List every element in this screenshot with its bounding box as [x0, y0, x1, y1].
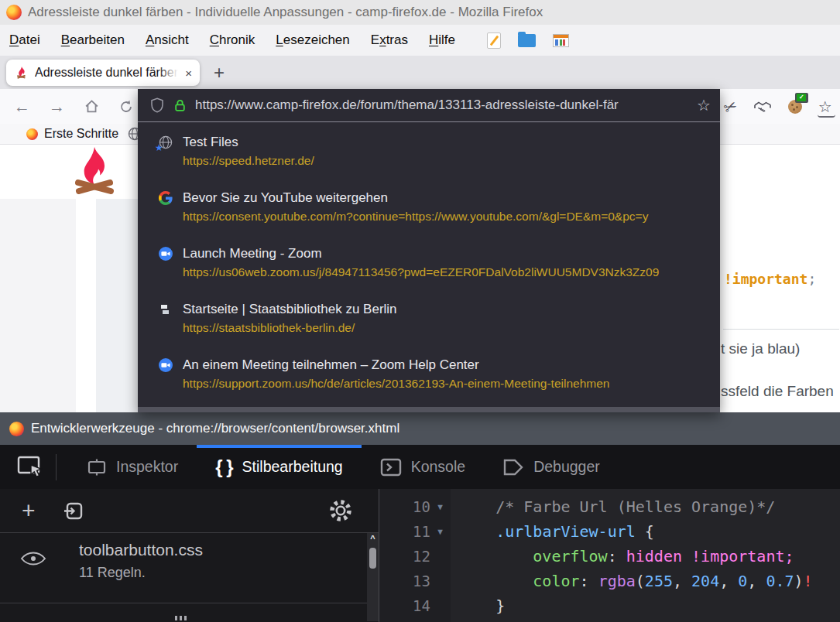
notes-extension-icon[interactable] [487, 32, 501, 49]
cookie-consent-icon[interactable]: ✓ [788, 100, 802, 114]
stylesheet-name: toolbarbutton.css [79, 541, 203, 559]
result-staatsbibliothek[interactable]: Startseite | Staatsbibliothek zu Berlin … [138, 298, 720, 354]
forum-code-fragment: !important; [724, 271, 816, 287]
code-line[interactable]: overflow: hidden !important; [458, 544, 840, 569]
result-youtube-consent[interactable]: Bevor Sie zu YouTube weitergehen https:/… [138, 186, 720, 242]
code-token: /* Farbe Url (Helles Orange)*/ [495, 497, 775, 516]
bookmark-erste-schritte[interactable]: Erste Schritte [44, 127, 118, 141]
stylesheet-rule-count: 11 Regeln. [79, 565, 203, 581]
tab-stilbearbeitung[interactable]: { } Stilbearbeitung [197, 445, 361, 489]
tab-debugger[interactable]: Debugger [484, 445, 619, 489]
menu-item-hilfe[interactable]: Hilfe [429, 32, 455, 48]
tab-strip: Adressleiste dunkel färben - × + [0, 56, 840, 89]
lock-icon[interactable] [173, 99, 187, 112]
code-token: , [673, 572, 691, 590]
code-line[interactable]: } [458, 593, 840, 618]
back-icon[interactable]: ← [14, 98, 30, 114]
visibility-eye-icon[interactable] [20, 550, 46, 567]
toolbar-extensions: ✂ ✓ ☆ [724, 89, 832, 124]
urlbar[interactable]: https://www.camp-firefox.de/forum/thema/… [138, 89, 720, 122]
bookmarked-star-badge: ★ [155, 143, 163, 152]
menu-item-lesezeichen[interactable]: Lesezeichen [276, 32, 349, 48]
forward-icon[interactable]: → [49, 98, 65, 114]
code-token: ) [794, 572, 804, 590]
forum-header-band [0, 145, 138, 199]
new-tab-button[interactable]: + [214, 62, 225, 84]
session-manager-icon[interactable] [553, 34, 569, 47]
forum-text-fragment-2: ssfeld die Farben [721, 383, 834, 400]
scrollbar-up-arrow[interactable]: ^ [367, 534, 379, 543]
code-line[interactable]: color: rgba(255, 204, 0, 0.7)! [458, 569, 840, 593]
result-zoom-help[interactable]: An einem Meeting teilnehmen – Zoom Help … [138, 354, 720, 409]
code-token: : [608, 547, 626, 566]
stylesheet-list-scrollbar[interactable]: ^ [367, 533, 379, 621]
import-stylesheet-icon[interactable] [63, 501, 84, 521]
camp-firefox-favicon [15, 67, 28, 79]
gutter-row: 14 [379, 593, 451, 618]
result-title: An einem Meeting teilnehmen – Zoom Help … [183, 357, 479, 373]
result-url: https://speed.hetzner.de/ [183, 154, 694, 168]
tab-label: Konsole [411, 458, 465, 476]
shield-icon[interactable] [149, 97, 165, 113]
gutter-row: 12 [379, 544, 451, 569]
tab-adressleiste[interactable]: Adressleiste dunkel färben - × [6, 60, 200, 86]
new-stylesheet-button[interactable]: + [22, 499, 36, 522]
fold-arrow-icon[interactable]: ▼ [434, 502, 446, 512]
result-title: Bevor Sie zu YouTube weitergehen [183, 190, 388, 206]
stylesheet-item-partial [175, 616, 187, 620]
tab-label: Debugger [533, 458, 600, 476]
staatsbibliothek-icon [159, 302, 173, 316]
tab-label: Stilbearbeitung [242, 458, 343, 476]
menu-item-bearbeiten[interactable]: Bearbeiten [61, 32, 125, 48]
scrollbar-thumb[interactable] [369, 548, 376, 569]
bookmark-star-icon[interactable]: ☆ [697, 96, 711, 114]
result-url: https://us06web.zoom.us/j/84947113456?pw… [183, 265, 694, 279]
code-token: hidden [626, 547, 682, 566]
tab-konsole[interactable]: Konsole [362, 445, 484, 489]
fold-arrow-icon[interactable]: ▼ [434, 527, 446, 537]
code-token [458, 596, 495, 615]
menu-item-extras[interactable]: Extras [371, 32, 408, 48]
inspector-icon [87, 457, 107, 477]
code-token: 204 [691, 572, 719, 590]
cookie-check-badge: ✓ [795, 93, 808, 103]
reload-icon[interactable] [118, 99, 134, 114]
menu-item-datei[interactable]: Datei [9, 32, 40, 48]
tab-close-icon[interactable]: × [185, 67, 192, 79]
window-title: Adressleiste dunkel färben - Individuell… [28, 5, 543, 20]
options-gear-icon[interactable] [329, 499, 352, 522]
home-icon[interactable] [84, 98, 100, 114]
menu-item-chronik[interactable]: Chronik [210, 32, 255, 48]
folder-icon[interactable] [518, 34, 536, 47]
line-number: 12 [413, 548, 430, 565]
debugger-icon [502, 457, 524, 477]
editor-code[interactable]: /* Farbe Url (Helles Orange)*/ .urlbarVi… [451, 489, 840, 622]
urlbar-results: ★ Test Files https://speed.hetzner.de/ [138, 122, 720, 409]
code-token [458, 572, 533, 590]
devtools-titlebar: Entwicklerwerkzeuge - chrome://browser/c… [0, 412, 840, 445]
star-collection-icon[interactable]: ☆ [818, 97, 832, 116]
zoom-icon [159, 247, 173, 261]
dropdown-partial-row [138, 407, 720, 412]
pick-element-icon[interactable] [17, 456, 43, 479]
menu-item-ansicht[interactable]: Ansicht [146, 32, 189, 48]
stylesheet-item-toolbarbutton[interactable]: toolbarbutton.css 11 Regeln. [0, 533, 379, 603]
code-token: 0 [738, 572, 747, 590]
code-token [458, 497, 495, 516]
tab-inspektor[interactable]: Inspektor [68, 445, 197, 489]
forum-divider [723, 329, 839, 330]
result-test-files[interactable]: ★ Test Files https://speed.hetzner.de/ [138, 131, 720, 186]
line-number: 13 [413, 572, 430, 590]
tab-label: Inspektor [116, 458, 178, 476]
result-title: Test Files [183, 135, 238, 150]
result-title: Launch Meeting - Zoom [183, 246, 322, 261]
screenshot-scissors-icon[interactable]: ✂ [721, 95, 740, 118]
handshake-icon[interactable] [753, 100, 772, 113]
urlbar-input[interactable]: https://www.camp-firefox.de/forum/thema/… [195, 97, 688, 113]
result-zoom-meeting[interactable]: Launch Meeting - Zoom https://us06web.zo… [138, 242, 720, 298]
code-token: 255 [645, 572, 673, 590]
code-line[interactable]: .urlbarView-url { [458, 519, 840, 544]
code-line[interactable]: /* Farbe Url (Helles Orange)*/ [458, 494, 840, 519]
css-source-editor[interactable]: 10▼11▼121314 /* Farbe Url (Helles Orange… [379, 489, 840, 622]
tab-title: Adressleiste dunkel färben - [35, 66, 178, 80]
